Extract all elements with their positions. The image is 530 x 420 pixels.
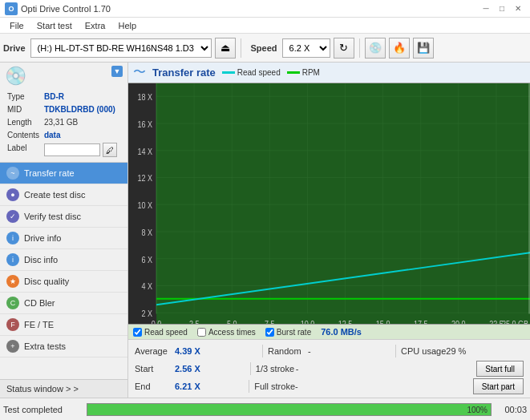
chart-footer: Read speed Access times Burst rate 76.0 … [128, 324, 530, 339]
cpu-group: CPU usage 29 % [401, 346, 524, 356]
close-button[interactable]: ✕ [511, 2, 525, 15]
status-window-button[interactable]: Status window > > [0, 379, 127, 398]
full-stroke-value: - [295, 382, 331, 391]
drive-info-icon: i [6, 232, 19, 244]
chart-area: 18 X 16 X 14 X 12 X 10 X 8 X 6 X 4 X 2 X… [128, 83, 530, 324]
burst-rate-value: 76.0 MB/s [321, 327, 362, 337]
refresh-button[interactable]: ↻ [334, 38, 354, 59]
menu-start-test[interactable]: Start test [30, 19, 79, 32]
cd-bler-icon: C [6, 297, 19, 309]
nav-drive-info[interactable]: i Drive info [0, 228, 127, 249]
svg-text:10.0: 10.0 [301, 319, 315, 324]
menubar: File Start test Extra Help [0, 18, 530, 34]
svg-text:4 X: 4 X [142, 282, 153, 292]
nav-items: ~ Transfer rate ● Create test disc ✓ Ver… [0, 163, 127, 379]
sidebar: 💿 ▼ Type BD-R MID TDKBLDRBD (000) Length [0, 63, 128, 398]
disc-info-table: Type BD-R MID TDKBLDRBD (000) Length 23,… [5, 90, 123, 159]
read-speed-checkbox-label[interactable]: Read speed [133, 328, 188, 337]
menu-help[interactable]: Help [111, 19, 143, 32]
svg-text:18 X: 18 X [138, 92, 153, 102]
random-group: Random - [268, 346, 390, 356]
drive-select[interactable]: (H:) HL-DT-ST BD-RE WH16NS48 1.D3 [30, 38, 212, 58]
nav-cd-bler[interactable]: C CD Bler [0, 293, 127, 314]
nav-cd-bler-label: CD Bler [24, 298, 55, 308]
nav-fe-te[interactable]: F FE / TE [0, 314, 127, 336]
progress-text: 100% [467, 405, 488, 414]
maximize-button[interactable]: □ [495, 2, 509, 15]
eject-button[interactable]: ⏏ [215, 38, 236, 59]
full-stroke-label: Full stroke [254, 382, 295, 391]
nav-extra-tests[interactable]: + Extra tests [0, 336, 127, 357]
transfer-rate-icon: ~ [6, 167, 19, 180]
average-value: 4.39 X [175, 346, 211, 356]
nav-transfer-rate[interactable]: ~ Transfer rate [0, 163, 127, 184]
chart-header: 〜 Transfer rate Read speed RPM [128, 63, 530, 83]
nav-transfer-rate-label: Transfer rate [24, 168, 75, 178]
main-layout: 💿 ▼ Type BD-R MID TDKBLDRBD (000) Length [0, 63, 530, 398]
status-text: Test completed [3, 405, 83, 414]
average-group: Average 4.39 X [135, 346, 257, 356]
titlebar-controls: ─ □ ✕ [479, 2, 525, 15]
svg-text:2.5: 2.5 [189, 319, 200, 324]
disc-label-input[interactable] [44, 143, 100, 156]
disc-mid-row: MID TDKBLDRBD (000) [6, 104, 121, 115]
average-label: Average [135, 346, 175, 356]
mid-label: MID [6, 104, 42, 115]
contents-value: data [43, 130, 121, 141]
svg-text:12.5: 12.5 [338, 319, 353, 324]
burst-rate-checkbox[interactable] [265, 328, 274, 337]
rpm-legend-label: RPM [302, 68, 320, 77]
menu-file[interactable]: File [3, 19, 30, 32]
nav-disc-info[interactable]: i Disc info [0, 249, 127, 271]
disc-info-icon: i [6, 253, 19, 266]
menu-extra[interactable]: Extra [79, 19, 112, 32]
nav-drive-info-label: Drive info [24, 233, 61, 243]
label-btn[interactable]: 🖊 [103, 143, 117, 157]
disc-panel: 💿 ▼ Type BD-R MID TDKBLDRBD (000) Length [0, 63, 127, 163]
read-speed-checkbox[interactable] [133, 328, 142, 337]
speed-select[interactable]: 6.2 X [282, 38, 330, 58]
wave-icon: 〜 [133, 64, 146, 81]
stat-divider-2 [395, 345, 396, 357]
svg-text:25.0 GB: 25.0 GB [502, 319, 528, 324]
access-times-checkbox[interactable] [197, 328, 206, 337]
svg-text:17.5: 17.5 [414, 319, 428, 324]
random-value: - [308, 346, 344, 356]
disc-options-btn[interactable]: ▼ [111, 66, 123, 77]
minimize-button[interactable]: ─ [479, 2, 493, 15]
start-part-button[interactable]: Start part [473, 378, 524, 394]
nav-fe-te-label: FE / TE [24, 320, 54, 329]
disc-length-row: Length 23,31 GB [6, 117, 121, 128]
nav-disc-quality-label: Disc quality [24, 277, 69, 286]
random-label: Random [268, 346, 308, 356]
svg-text:12 X: 12 X [138, 174, 153, 184]
burst-rate-checkbox-label[interactable]: Burst rate [265, 328, 311, 337]
svg-text:6 X: 6 X [142, 255, 153, 265]
stats-row-3: End 6.21 X Full stroke - Start part [135, 378, 524, 395]
full-stroke-group: Full stroke - [254, 382, 363, 391]
nav-disc-info-label: Disc info [24, 255, 58, 265]
access-times-checkbox-text: Access times [208, 328, 256, 337]
stat-divider-3 [250, 362, 251, 375]
type-label: Type [6, 91, 42, 103]
access-times-checkbox-label[interactable]: Access times [197, 328, 256, 337]
stroke1-label: 1/3 stroke [256, 364, 296, 374]
nav-disc-quality[interactable]: ★ Disc quality [0, 271, 127, 293]
read-speed-color [222, 71, 235, 74]
chart-svg: 18 X 16 X 14 X 12 X 10 X 8 X 6 X 4 X 2 X… [128, 83, 530, 324]
disc-label-row: Label 🖊 [6, 143, 121, 157]
label-label: Label [6, 143, 42, 157]
length-label: Length [6, 117, 42, 128]
nav-verify-test-disc[interactable]: ✓ Verify test disc [0, 206, 127, 228]
svg-text:8 X: 8 X [142, 228, 153, 237]
nav-create-test-disc[interactable]: ● Create test disc [0, 184, 127, 206]
app-icon: O [5, 2, 18, 15]
burn-button[interactable]: 🔥 [389, 38, 410, 59]
save-button[interactable]: 💾 [413, 38, 434, 59]
mid-value: TDKBLDRBD (000) [43, 104, 121, 115]
stroke1-value: - [296, 364, 332, 374]
disc-button[interactable]: 💿 [365, 38, 386, 59]
stat-divider-1 [262, 345, 263, 357]
disc-graphic-icon: 💿 [5, 66, 26, 87]
start-full-button[interactable]: Start full [476, 361, 524, 377]
